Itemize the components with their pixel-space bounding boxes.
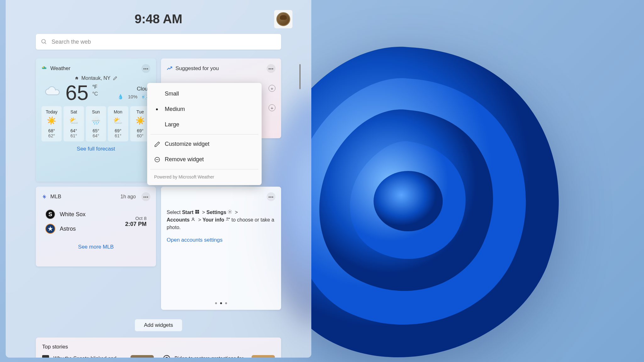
customize-widget-item[interactable]: Customize widget bbox=[147, 136, 262, 152]
weather-icon bbox=[42, 66, 47, 71]
svg-point-10 bbox=[226, 218, 228, 219]
page-dot[interactable] bbox=[215, 302, 217, 304]
temp-unit-toggle[interactable]: °F °C bbox=[92, 84, 98, 97]
remove-icon bbox=[154, 156, 160, 163]
weather-more-button[interactable]: ••• bbox=[142, 64, 150, 73]
widgets-panel: 9:48 AM Search the web Weather ••• Monta… bbox=[6, 0, 311, 358]
add-stock-button[interactable]: + bbox=[269, 104, 275, 111]
remove-widget-item[interactable]: Remove widget bbox=[147, 152, 262, 167]
story-thumb bbox=[130, 355, 154, 358]
menu-divider bbox=[150, 134, 258, 134]
svg-point-0 bbox=[374, 171, 443, 231]
sports-icon bbox=[42, 194, 47, 200]
menu-footer: Powered by Microsoft Weather bbox=[147, 171, 262, 182]
source-icon bbox=[163, 355, 170, 358]
svg-rect-7 bbox=[197, 212, 199, 214]
search-icon bbox=[41, 39, 47, 45]
weather-title: Weather bbox=[50, 65, 138, 72]
page-dot[interactable] bbox=[220, 302, 222, 304]
team-row: SWhite Sox bbox=[45, 209, 86, 219]
mlb-widget: MLB 1h ago ••• SWhite Sox★Astros Oct 8 2… bbox=[36, 187, 156, 266]
story-row: WPWhy the Senate blinked and moved back … bbox=[42, 355, 275, 358]
suggested-more-button[interactable]: ••• bbox=[267, 64, 275, 73]
suggested-title: Suggested for you bbox=[175, 65, 264, 72]
scrollbar-thumb[interactable] bbox=[299, 64, 301, 89]
menu-divider bbox=[150, 169, 258, 169]
temperature: 65 bbox=[65, 82, 88, 103]
svg-line-2 bbox=[45, 43, 46, 44]
tips-more-button[interactable]: ••• bbox=[267, 192, 275, 201]
clock: 9:48 AM bbox=[135, 12, 182, 26]
scrollbar[interactable] bbox=[299, 64, 301, 114]
forecast-day[interactable]: Sun🌧️65°64° bbox=[86, 106, 106, 141]
home-icon bbox=[75, 76, 79, 80]
full-forecast-link[interactable]: See full forecast bbox=[42, 146, 150, 152]
person-icon bbox=[191, 217, 195, 222]
open-accounts-link[interactable]: Open accounts settings bbox=[167, 237, 275, 243]
weather-widget: Weather ••• Montauk, NY 65 °F °C C bbox=[36, 58, 156, 182]
cloud-icon bbox=[44, 82, 62, 100]
pencil-icon bbox=[154, 141, 160, 147]
source-icon: WP bbox=[42, 355, 49, 358]
mlb-ago: 1h ago bbox=[120, 194, 136, 200]
svg-point-3 bbox=[42, 67, 44, 68]
gear-icon bbox=[228, 210, 232, 214]
story-item[interactable]: Biden to restore protections for three n… bbox=[163, 355, 275, 358]
see-more-mlb-link[interactable]: See more MLB bbox=[42, 244, 150, 250]
size-medium-item[interactable]: Medium bbox=[147, 101, 262, 117]
tips-pagination[interactable] bbox=[215, 302, 227, 304]
widget-context-menu: SmallMediumLarge Customize widget Remove… bbox=[147, 83, 262, 185]
start-icon bbox=[195, 210, 199, 214]
add-stock-button[interactable]: + bbox=[269, 85, 275, 92]
svg-rect-4 bbox=[195, 210, 197, 211]
mlb-more-button[interactable]: ••• bbox=[142, 192, 150, 201]
story-thumb bbox=[252, 355, 275, 358]
add-widgets-button[interactable]: Add widgets bbox=[135, 319, 182, 331]
weather-location[interactable]: Montauk, NY bbox=[42, 75, 150, 81]
info-icon bbox=[226, 217, 230, 222]
mlb-title: MLB bbox=[50, 194, 117, 200]
precip-value: 10% bbox=[128, 94, 137, 100]
svg-rect-5 bbox=[197, 210, 199, 211]
forecast-day[interactable]: Today☀️68°62° bbox=[42, 106, 62, 141]
story-item[interactable]: WPWhy the Senate blinked and moved back … bbox=[42, 355, 154, 358]
size-small-item[interactable]: Small bbox=[147, 86, 262, 101]
search-input[interactable]: Search the web bbox=[36, 34, 281, 50]
trending-icon bbox=[167, 66, 172, 71]
precip-icon: 💧 bbox=[118, 94, 124, 100]
svg-point-1 bbox=[42, 40, 46, 43]
team-list: SWhite Sox★Astros bbox=[45, 209, 86, 234]
menu-sizes: SmallMediumLarge bbox=[147, 86, 262, 132]
top-stories-widget: Top stories WPWhy the Senate blinked and… bbox=[36, 337, 281, 358]
team-row: ★Astros bbox=[45, 224, 86, 234]
search-placeholder: Search the web bbox=[52, 39, 91, 45]
forecast-row: Today☀️68°62°Sat⛅64°61°Sun🌧️65°64°Mon⛅69… bbox=[42, 106, 150, 141]
edit-icon[interactable] bbox=[113, 76, 117, 80]
profile-avatar[interactable] bbox=[274, 10, 292, 28]
forecast-day[interactable]: Sat⛅64°61° bbox=[64, 106, 84, 141]
game-card[interactable]: SWhite Sox★Astros Oct 8 2:07 PM bbox=[42, 204, 150, 239]
svg-point-8 bbox=[229, 211, 230, 212]
tips-widget: ••• Select Start > Settings >Accounts > … bbox=[161, 187, 281, 310]
game-date: Oct 8 bbox=[125, 216, 147, 221]
top-stories-title: Top stories bbox=[42, 344, 275, 350]
tips-body: Select Start > Settings >Accounts > Your… bbox=[167, 209, 275, 231]
page-dot[interactable] bbox=[225, 302, 227, 304]
svg-point-9 bbox=[192, 218, 194, 219]
size-large-item[interactable]: Large bbox=[147, 117, 262, 132]
condition-text: Clou bbox=[118, 86, 148, 92]
forecast-day[interactable]: Mon⛅69°61° bbox=[108, 106, 128, 141]
game-time: 2:07 PM bbox=[125, 221, 147, 228]
svg-rect-6 bbox=[195, 212, 197, 214]
